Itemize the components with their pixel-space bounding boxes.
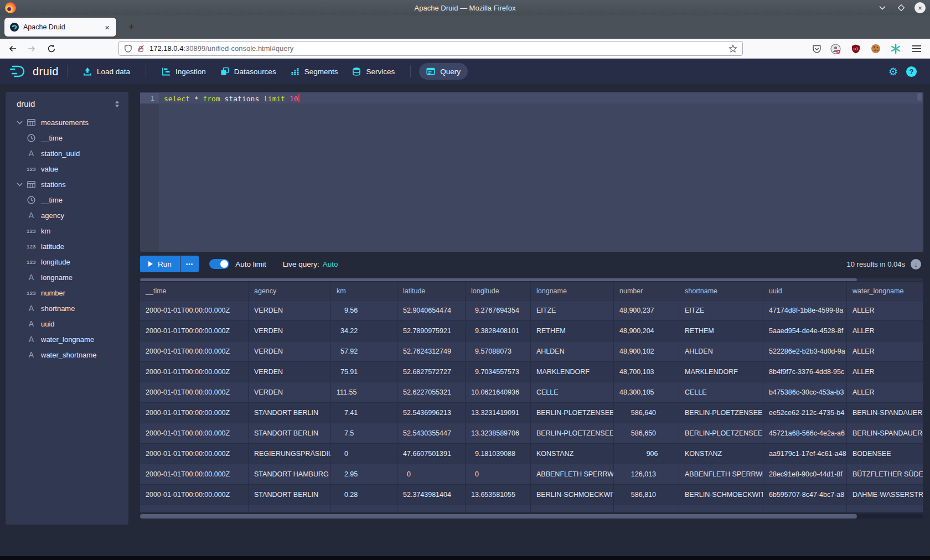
- browser-tab[interactable]: Apache Druid ×: [4, 18, 116, 37]
- nav-item-datasources[interactable]: Datasources: [213, 63, 283, 80]
- tree-item-shortname[interactable]: Ashortname: [6, 300, 128, 316]
- table-cell[interactable]: 2.95: [331, 464, 397, 485]
- table-cell[interactable]: AHLDEN: [531, 341, 614, 362]
- ublock-icon[interactable]: uO: [850, 43, 862, 55]
- table-cell[interactable]: 0: [331, 444, 397, 464]
- column-header[interactable]: number: [614, 282, 679, 300]
- table-cell[interactable]: 2000-01-01T00:00:00.000Z: [140, 300, 249, 321]
- tree-item-station_uuid[interactable]: Astation_uuid: [6, 146, 128, 161]
- table-cell[interactable]: 9.56: [331, 300, 397, 321]
- column-header[interactable]: longitude: [466, 282, 531, 300]
- table-cell[interactable]: EITZE: [531, 300, 614, 321]
- table-cell[interactable]: VERDEN: [249, 341, 331, 362]
- run-button[interactable]: Run: [140, 256, 180, 272]
- bookmark-star-icon[interactable]: [728, 44, 737, 53]
- new-tab-button[interactable]: +: [124, 20, 138, 34]
- tree-item-longname[interactable]: Alongname: [6, 269, 128, 285]
- table-cell[interactable]: 7.41: [331, 403, 397, 423]
- live-query-value[interactable]: Auto: [323, 260, 338, 268]
- back-icon[interactable]: [7, 43, 19, 55]
- minimize-icon[interactable]: [877, 2, 888, 13]
- table-cell[interactable]: 2000-01-01T00:00:00.000Z: [140, 464, 249, 485]
- table-cell[interactable]: BERLIN-PLOETZENSEE C: [531, 403, 614, 423]
- help-icon[interactable]: ?: [906, 66, 917, 77]
- editor-results-splitter[interactable]: [140, 278, 923, 281]
- tree-item-uuid[interactable]: Auuid: [6, 316, 128, 331]
- table-cell[interactable]: ALLER: [847, 362, 923, 382]
- tree-item-agency[interactable]: Aagency: [6, 208, 128, 223]
- table-cell[interactable]: 9.57088073: [466, 341, 531, 362]
- table-cell[interactable]: 2000-01-01T00:00:00.000Z: [140, 362, 249, 382]
- table-cell[interactable]: 2000-01-01T00:00:00.000Z: [140, 382, 249, 403]
- table-cell[interactable]: aa9179c1-17ef-4c61-a48: [763, 444, 847, 464]
- table-cell[interactable]: BÜTZFLETHER SÜDERE: [847, 464, 923, 485]
- insecure-lock-icon[interactable]: [137, 44, 145, 53]
- table-cell[interactable]: 52.5436996213: [397, 403, 466, 423]
- table-cell[interactable]: KONSTANZ: [531, 444, 614, 464]
- tree-item-value[interactable]: 123value: [6, 161, 128, 177]
- table-cell[interactable]: 2000-01-01T00:00:00.000Z: [140, 341, 249, 362]
- table-cell[interactable]: 2000-01-01T00:00:00.000Z: [140, 423, 249, 444]
- tree-item-longitude[interactable]: 123longitude: [6, 254, 128, 269]
- table-cell[interactable]: ABBENFLETH SPERRWEI: [679, 464, 763, 485]
- table-cell[interactable]: RETHEM: [531, 321, 614, 341]
- account-error-icon[interactable]: [829, 43, 841, 55]
- table-cell[interactable]: 6b595707-8c47-4bc7-a8: [763, 485, 847, 505]
- table-cell[interactable]: CELLE: [679, 382, 763, 403]
- nav-item-query[interactable]: Query: [419, 63, 468, 80]
- table-cell[interactable]: 9.7034557573: [466, 362, 531, 382]
- table-cell[interactable]: 48,900,102: [614, 341, 679, 362]
- nav-item-services[interactable]: Services: [345, 63, 402, 80]
- table-cell[interactable]: 48,300,105: [614, 382, 679, 403]
- settings-gear-icon[interactable]: ⚙: [888, 66, 898, 77]
- extension-asterisk-icon[interactable]: [890, 43, 902, 55]
- table-cell[interactable]: KONSTANZ: [679, 444, 763, 464]
- table-cell[interactable]: 47.6607501391: [397, 444, 466, 464]
- table-cell[interactable]: 586,650: [614, 423, 679, 444]
- table-cell[interactable]: 0: [397, 464, 466, 485]
- column-header[interactable]: __time: [140, 282, 249, 300]
- nav-item-ingestion[interactable]: Ingestion: [154, 63, 213, 80]
- table-cell[interactable]: 52.7624312749: [397, 341, 466, 362]
- table-cell[interactable]: 8b4f9f7c-3376-4dd8-95c: [763, 362, 847, 382]
- reload-icon[interactable]: [45, 43, 58, 55]
- table-cell[interactable]: VERDEN: [249, 321, 331, 341]
- horizontal-scrollbar[interactable]: [140, 514, 923, 518]
- table-cell[interactable]: 2000-01-01T00:00:00.000Z: [140, 321, 249, 341]
- table-cell[interactable]: 126,013: [614, 464, 679, 485]
- table-cell[interactable]: BERLIN-SCHMOECKWITZ: [531, 485, 614, 505]
- table-cell[interactable]: 13.653581055: [466, 485, 531, 505]
- maximize-icon[interactable]: [896, 2, 907, 13]
- table-cell[interactable]: 52.6827572727: [397, 362, 466, 382]
- table-cell[interactable]: 13.3238589706: [466, 423, 531, 444]
- table-cell[interactable]: 2000-01-01T00:00:00.000Z: [140, 403, 249, 423]
- druid-brand[interactable]: druid: [9, 64, 59, 79]
- sql-text[interactable]: select * from stations limit 10: [164, 94, 299, 103]
- table-cell[interactable]: 75.91: [331, 362, 397, 382]
- table-cell[interactable]: 586,640: [614, 403, 679, 423]
- table-cell[interactable]: 52.3743981404: [397, 485, 466, 505]
- table-cell[interactable]: 9.3828408101: [466, 321, 531, 341]
- table-cell[interactable]: VERDEN: [249, 362, 331, 382]
- table-cell[interactable]: ALLER: [847, 382, 923, 403]
- table-cell[interactable]: STANDORT HAMBURG: [249, 464, 331, 485]
- sql-editor[interactable]: 1 select * from stations limit 10: [140, 92, 923, 252]
- column-header[interactable]: longname: [531, 282, 614, 300]
- tree-item-measurements[interactable]: measurements: [6, 115, 128, 130]
- table-cell[interactable]: BERLIN-SCHMOECKWITZ: [679, 485, 763, 505]
- table-cell[interactable]: 0.28: [331, 485, 397, 505]
- menu-hamburger-icon[interactable]: [911, 43, 923, 55]
- table-cell[interactable]: ALLER: [847, 341, 923, 362]
- table-cell[interactable]: 906: [614, 444, 679, 464]
- tree-item-water_longname[interactable]: Awater_longname: [6, 331, 128, 347]
- table-cell[interactable]: 13.3231419091: [466, 403, 531, 423]
- table-cell[interactable]: ALLER: [847, 321, 923, 341]
- table-cell[interactable]: VERDEN: [249, 382, 331, 403]
- table-cell[interactable]: VERDEN: [249, 300, 331, 321]
- pocket-icon[interactable]: [810, 43, 823, 55]
- tab-close-icon[interactable]: ×: [104, 23, 111, 32]
- table-cell[interactable]: EITZE: [679, 300, 763, 321]
- url-text[interactable]: 172.18.0.4:30899/unified-console.html#qu…: [149, 44, 728, 53]
- table-cell[interactable]: 9.2767694354: [466, 300, 531, 321]
- table-cell[interactable]: 10.0621640936: [466, 382, 531, 403]
